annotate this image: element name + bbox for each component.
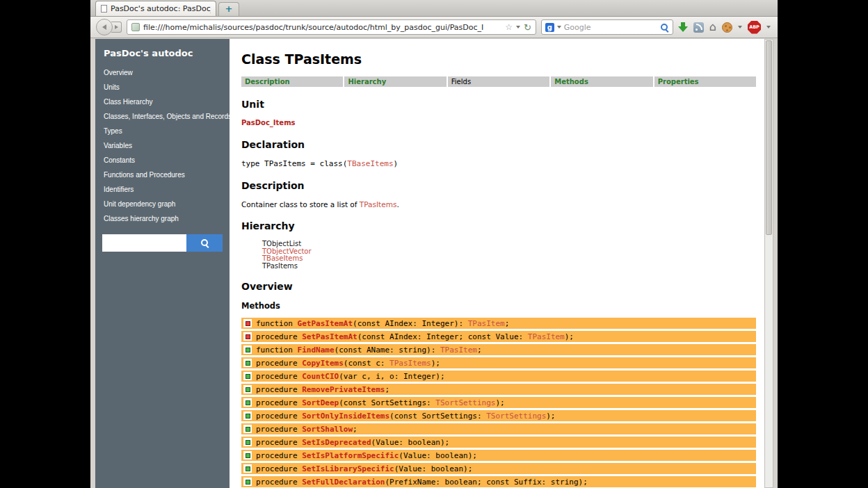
sidebar-item[interactable]: Types [95, 124, 230, 138]
adblock-dropdown-icon[interactable] [766, 26, 771, 29]
bookmark-star-icon[interactable]: ☆ [505, 23, 513, 31]
page-title: Class TPasItems [241, 51, 756, 67]
identifier-link[interactable]: GetPasItemAt [298, 319, 353, 328]
section-nav-methods[interactable]: Methods [551, 76, 652, 87]
sidebar-nav: OverviewUnitsClass HierarchyClasses, Int… [95, 65, 230, 226]
sidebar-item[interactable]: Constants [95, 153, 230, 168]
home-icon[interactable]: ⌂ [709, 22, 716, 33]
code-text: ; [477, 345, 482, 355]
identifier-link[interactable]: CountCIO [302, 372, 339, 381]
sidebar-item[interactable]: Classes hierarchy graph [95, 211, 230, 226]
search-icon [200, 238, 209, 247]
type-link[interactable]: TPasItems [360, 200, 397, 209]
adblock-icon[interactable]: ABP [748, 21, 761, 34]
code-text: (PrefixName: boolean; const Suffix: stri… [385, 478, 587, 487]
member-declaration: procedure RemovePrivateItems; [256, 385, 389, 394]
member-declaration: procedure CountCIO(var c, i, o: Integer)… [256, 372, 445, 381]
cookies-icon[interactable] [722, 22, 732, 33]
identifier-link[interactable]: RemovePrivateItems [302, 385, 385, 394]
reload-icon[interactable]: ↻ [524, 23, 531, 32]
code-text: procedure [256, 372, 302, 381]
identifier-link[interactable]: SortDeep [302, 398, 339, 407]
search-bar[interactable]: g Google [541, 19, 673, 35]
sidebar-item[interactable]: Identifiers [95, 182, 230, 197]
sidebar-item[interactable]: Overview [95, 65, 230, 80]
sidebar-item[interactable]: Functions and Procedures [95, 168, 230, 182]
identifier-link[interactable]: SetIsLibrarySpecific [302, 464, 394, 473]
methods-heading: Methods [241, 301, 756, 311]
back-arrow-icon [102, 24, 106, 30]
type-link[interactable]: TSortSettings [435, 398, 495, 407]
toolbar-overflow-icon[interactable] [738, 26, 742, 29]
type-link[interactable]: TBaseItems [347, 159, 393, 168]
sidebar-item[interactable]: Unit dependency graph [95, 197, 230, 211]
section-nav-properties[interactable]: Properties [654, 76, 756, 87]
sidebar-item[interactable]: Units [95, 80, 230, 95]
type-link[interactable]: TPasItem [528, 332, 565, 341]
sidebar-search-input[interactable] [102, 234, 186, 252]
type-link[interactable]: TPasItem [440, 345, 477, 355]
browser-tab[interactable]: PasDoc's autodoc: PasDoc_I... [95, 1, 216, 16]
hierarchy-item[interactable]: TBaseItems [262, 255, 756, 263]
member-row: procedure SetFullDeclaration(PrefixName:… [241, 476, 756, 487]
type-link[interactable]: TPasItem [468, 319, 505, 328]
sidebar-item[interactable]: Variables [95, 138, 230, 153]
section-nav-hierarchy[interactable]: Hierarchy [344, 76, 446, 87]
unit-link[interactable]: PasDoc_Items [241, 119, 756, 127]
identifier-link[interactable]: FindName [298, 345, 335, 355]
scrollbar-thumb[interactable] [766, 40, 772, 235]
site-identity-icon[interactable] [131, 23, 140, 31]
identifier-link[interactable]: CopyItems [302, 359, 344, 368]
google-engine-icon[interactable]: g [545, 23, 554, 32]
code-text: Container class to store a list of [241, 200, 360, 209]
member-declaration: procedure SortDeep(const SortSettings: T… [256, 398, 505, 407]
section-nav-description[interactable]: Description [241, 76, 343, 87]
identifier-link[interactable]: SortOnlyInsideItems [302, 412, 389, 421]
marker-square [246, 361, 250, 366]
code-text: ); [565, 332, 574, 341]
sidebar: PasDoc's autodoc OverviewUnitsClass Hier… [95, 39, 230, 488]
url-text[interactable]: file:///home/michalis/sources/pasdoc/tru… [143, 23, 501, 32]
code-text: (const AName: string): [335, 345, 440, 355]
identifier-link[interactable]: SetIsPlatformSpecific [302, 451, 399, 460]
member-row: procedure CountCIO(var c, i, o: Integer)… [241, 371, 756, 382]
search-engine-dropdown-icon[interactable] [557, 26, 561, 29]
identifier-link[interactable]: SetFullDeclaration [302, 478, 385, 487]
member-row: procedure SetPasItemAt(const AIndex: Int… [241, 331, 756, 342]
identifier-link[interactable]: SortShallow [302, 425, 353, 434]
feed-icon[interactable] [693, 22, 704, 33]
code-text: type TPasItems = class( [241, 159, 347, 168]
identifier-link[interactable]: SetIsDeprecated [302, 438, 371, 447]
hierarchy-item[interactable]: TObjectVector [262, 248, 756, 256]
private-marker-icon [243, 319, 252, 327]
back-button[interactable] [96, 19, 113, 35]
code-text: procedure [256, 332, 302, 341]
urlbar-dropdown-icon[interactable] [516, 26, 520, 29]
type-link[interactable]: TSortSettings [486, 412, 546, 421]
public-marker-icon [243, 478, 252, 486]
hierarchy-list: TObjectListTObjectVectorTBaseItemsTPasIt… [262, 241, 756, 270]
page-scrollbar[interactable] [764, 39, 773, 488]
marker-square [246, 414, 250, 418]
public-marker-icon [243, 425, 252, 433]
public-marker-icon [243, 438, 252, 446]
member-declaration: procedure SortOnlyInsideItems(const Sort… [256, 412, 556, 421]
member-row: procedure SetIsDeprecated(Value: boolean… [241, 437, 756, 448]
member-declaration: procedure SetIsLibrarySpecific(Value: bo… [256, 464, 472, 473]
url-bar[interactable]: file:///home/michalis/sources/pasdoc/tru… [127, 19, 536, 35]
code-text: procedure [256, 464, 302, 473]
sidebar-search-button[interactable] [186, 234, 223, 252]
marker-square [246, 348, 250, 352]
identifier-link[interactable]: SetPasItemAt [302, 332, 357, 341]
forward-button[interactable] [111, 22, 122, 33]
member-row: function FindName(const AName: string): … [241, 344, 756, 355]
member-row: procedure SetIsLibrarySpecific(Value: bo… [241, 463, 756, 474]
new-tab-button[interactable]: + [218, 2, 239, 16]
type-link[interactable]: TPasItems [389, 359, 431, 368]
sidebar-item[interactable]: Classes, Interfaces, Objects and Records [95, 109, 230, 124]
sidebar-item[interactable]: Class Hierarchy [95, 95, 230, 109]
marker-square [246, 374, 250, 379]
download-icon[interactable] [678, 22, 688, 33]
search-input[interactable]: Google [564, 23, 657, 32]
search-go-icon[interactable] [660, 23, 669, 32]
